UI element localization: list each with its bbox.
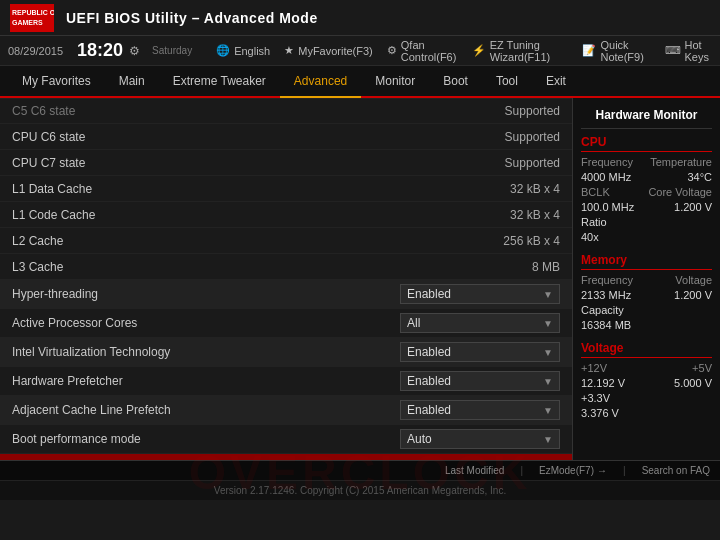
hw-cpu-ratio-value: 40x	[581, 231, 712, 243]
settings-icon[interactable]: ⚙	[129, 44, 140, 58]
footer-ezmode[interactable]: EzMode(F7) →	[539, 465, 607, 476]
hw-volt-12-val-row: 12.192 V 5.000 V	[581, 377, 712, 389]
active-cores-dropdown[interactable]: All ▼	[400, 313, 560, 333]
chevron-down-icon: ▼	[543, 405, 553, 416]
nav-menu: My Favorites Main Extreme Tweaker Advanc…	[0, 66, 720, 98]
nav-item-advanced[interactable]: Advanced	[280, 66, 361, 98]
hw-monitor-title: Hardware Monitor	[581, 104, 712, 129]
hw-mem-freq-row: Frequency Voltage	[581, 274, 712, 286]
hw-volt-33-label: +3.3V	[581, 392, 712, 404]
header-bar: REPUBLIC OF GAMERS UEFI BIOS Utility – A…	[0, 0, 720, 36]
toolbar-day: Saturday	[152, 45, 192, 56]
svg-text:GAMERS: GAMERS	[12, 19, 43, 26]
table-row: L1 Data Cache 32 kB x 4	[0, 176, 572, 202]
star-icon: ★	[284, 44, 294, 57]
nav-item-main[interactable]: Main	[105, 65, 159, 97]
toolbar-quicknote[interactable]: 📝 Quick Note(F9)	[582, 39, 650, 63]
main-layout: C5 C6 state Supported CPU C6 state Suppo…	[0, 98, 720, 460]
nav-item-favorites[interactable]: My Favorites	[8, 65, 105, 97]
nav-item-exit[interactable]: Exit	[532, 65, 580, 97]
hw-mem-cap-label: Capacity	[581, 304, 712, 316]
hw-volt-33-value: 3.376 V	[581, 407, 712, 419]
arrow-right-icon: →	[597, 465, 607, 476]
toolbar-hotkeys[interactable]: ⌨ Hot Keys	[665, 39, 713, 63]
toolbar-qfan[interactable]: ⚙ Qfan Control(F6)	[387, 39, 458, 63]
virtualization-dropdown[interactable]: Enabled ▼	[400, 342, 560, 362]
hyperthreading-dropdown[interactable]: Enabled ▼	[400, 284, 560, 304]
toolbar: 08/29/2015 18:20 ⚙ Saturday 🌐 English ★ …	[0, 36, 720, 66]
table-row-virtualization[interactable]: Intel Virtualization Technology Enabled …	[0, 338, 572, 367]
table-row-boot-perf[interactable]: Boot performance mode Auto ▼	[0, 425, 572, 454]
hw-cpu-freq-val-row: 4000 MHz 34°C	[581, 171, 712, 183]
hw-mem-freq-val-row: 2133 MHz 1.200 V	[581, 289, 712, 301]
hw-voltage-section: Voltage +12V +5V 12.192 V 5.000 V +3.3V …	[581, 341, 712, 419]
copyright-bar: Version 2.17.1246. Copyright (C) 2015 Am…	[0, 480, 720, 500]
hw-cpu-bclk-row: BCLK Core Voltage	[581, 186, 712, 198]
settings-list: C5 C6 state Supported CPU C6 state Suppo…	[0, 98, 572, 460]
hw-memory-section: Memory Frequency Voltage 2133 MHz 1.200 …	[581, 253, 712, 331]
nav-item-extreme-tweaker[interactable]: Extreme Tweaker	[159, 65, 280, 97]
hw-cpu-section: CPU Frequency Temperature 4000 MHz 34°C …	[581, 135, 712, 243]
toolbar-eztuning[interactable]: ⚡ EZ Tuning Wizard(F11)	[472, 39, 569, 63]
toolbar-items: 🌐 English ★ MyFavorite(F3) ⚙ Qfan Contro…	[216, 39, 712, 63]
table-row-active-cores[interactable]: Active Processor Cores All ▼	[0, 309, 572, 338]
rog-logo: REPUBLIC OF GAMERS	[10, 4, 54, 32]
content-area: C5 C6 state Supported CPU C6 state Suppo…	[0, 98, 572, 460]
header-title: UEFI BIOS Utility – Advanced Mode	[66, 10, 318, 26]
chevron-down-icon: ▼	[543, 376, 553, 387]
toolbar-datetime-section: 08/29/2015 18:20 ⚙ Saturday	[8, 40, 192, 61]
toolbar-date: 08/29/2015	[8, 45, 63, 57]
table-row-cache-prefetch[interactable]: Adjacent Cache Line Prefetch Enabled ▼	[0, 396, 572, 425]
hw-memory-section-title: Memory	[581, 253, 712, 270]
cpu-power-section-header[interactable]: ▶ CPU Power Management Configuration	[0, 454, 572, 460]
hw-mem-cap-value: 16384 MB	[581, 319, 712, 331]
table-row-hyperthreading[interactable]: Hyper-threading Enabled ▼	[0, 280, 572, 309]
nav-item-monitor[interactable]: Monitor	[361, 65, 429, 97]
boot-perf-dropdown[interactable]: Auto ▼	[400, 429, 560, 449]
table-row: L1 Code Cache 32 kB x 4	[0, 202, 572, 228]
footer-search-faq[interactable]: Search on FAQ	[642, 465, 710, 476]
hw-cpu-ratio-label: Ratio	[581, 216, 712, 228]
footer: Last Modified | EzMode(F7) → | Search on…	[0, 460, 720, 480]
table-row: L2 Cache 256 kB x 4	[0, 228, 572, 254]
hw-cpu-bclk-val-row: 100.0 MHz 1.200 V	[581, 201, 712, 213]
svg-text:REPUBLIC OF: REPUBLIC OF	[12, 9, 54, 16]
table-row: C5 C6 state Supported	[0, 98, 572, 124]
hw-voltage-section-title: Voltage	[581, 341, 712, 358]
chevron-down-icon: ▼	[543, 434, 553, 445]
hw-cpu-section-title: CPU	[581, 135, 712, 152]
fan-icon: ⚙	[387, 44, 397, 57]
chevron-down-icon: ▼	[543, 318, 553, 329]
table-row: CPU C6 state Supported	[0, 124, 572, 150]
globe-icon: 🌐	[216, 44, 230, 57]
nav-item-boot[interactable]: Boot	[429, 65, 482, 97]
hw-prefetcher-dropdown[interactable]: Enabled ▼	[400, 371, 560, 391]
cache-prefetch-dropdown[interactable]: Enabled ▼	[400, 400, 560, 420]
toolbar-myfavorite[interactable]: ★ MyFavorite(F3)	[284, 44, 373, 57]
table-row: CPU C7 state Supported	[0, 150, 572, 176]
table-row: L3 Cache 8 MB	[0, 254, 572, 280]
wizard-icon: ⚡	[472, 44, 486, 57]
chevron-down-icon: ▼	[543, 289, 553, 300]
hw-monitor-panel: Hardware Monitor CPU Frequency Temperatu…	[572, 98, 720, 460]
toolbar-time: 18:20	[77, 40, 123, 61]
chevron-down-icon: ▼	[543, 347, 553, 358]
note-icon: 📝	[582, 44, 596, 57]
hw-cpu-freq-row: Frequency Temperature	[581, 156, 712, 168]
hw-volt-12-row: +12V +5V	[581, 362, 712, 374]
nav-item-tool[interactable]: Tool	[482, 65, 532, 97]
table-row-hw-prefetcher[interactable]: Hardware Prefetcher Enabled ▼	[0, 367, 572, 396]
toolbar-english[interactable]: 🌐 English	[216, 44, 270, 57]
footer-last-modified: Last Modified	[445, 465, 504, 476]
keyboard-icon: ⌨	[665, 44, 681, 57]
